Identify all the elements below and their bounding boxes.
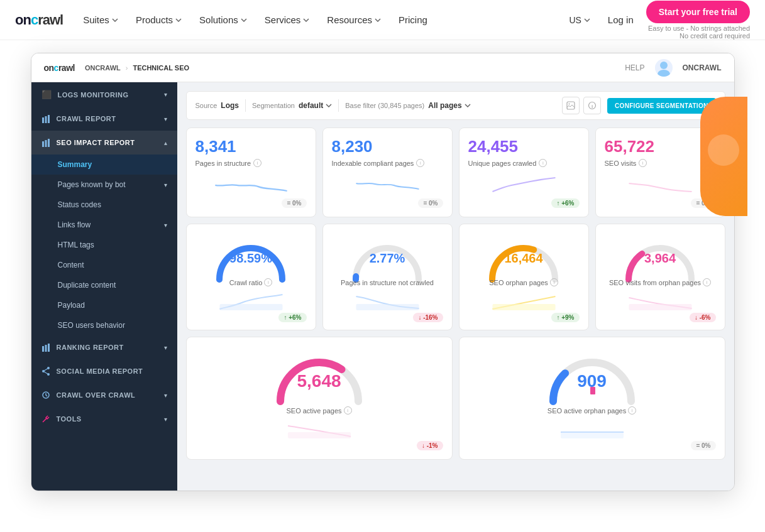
info-icon: i xyxy=(550,278,558,286)
sidebar-item-label: CRAWL OVER CRAWL xyxy=(57,391,158,399)
svg-rect-24 xyxy=(629,304,691,310)
content-area: Source Logs Segmentation default xyxy=(177,82,734,491)
app-logo: oncrawl xyxy=(44,63,75,73)
sidebar-item-seo-impact-report[interactable]: SEO IMPACT REPORT ▴ xyxy=(31,131,177,155)
svg-line-14 xyxy=(43,368,48,371)
trial-button[interactable]: Start your free trial xyxy=(646,1,750,23)
chevron-down-icon xyxy=(241,18,247,22)
svg-rect-4 xyxy=(48,115,50,123)
app-breadcrumb: ONCRAWL › TECHNICAL SEO xyxy=(85,64,189,72)
filter-bar: Source Logs Segmentation default xyxy=(186,91,725,120)
metric-badge-red: ↓ -16% xyxy=(413,313,443,322)
app-user-avatar xyxy=(655,59,673,77)
nav-item-solutions[interactable]: Solutions xyxy=(192,9,255,30)
segmentation-dropdown[interactable]: default xyxy=(299,101,332,110)
chevron-down-icon: ▾ xyxy=(164,91,167,98)
chevron-down-icon: ▾ xyxy=(164,392,167,399)
chevron-down-icon xyxy=(375,18,381,22)
sidebar-sub-item-summary[interactable]: Summary xyxy=(31,155,177,175)
bar-chart-icon xyxy=(41,114,50,123)
sidebar-item-social-media[interactable]: SOCIAL MEDIA REPORT xyxy=(31,359,177,383)
svg-rect-5 xyxy=(42,141,44,147)
logo[interactable]: oncrawl xyxy=(15,12,63,28)
sidebar-item-crawl-report[interactable]: CRAWL REPORT ▾ xyxy=(31,107,177,131)
gauge-label: SEO active orphan pages i xyxy=(548,406,636,415)
svg-point-18 xyxy=(569,104,570,105)
sidebar-item-label: LOGS MONITORING xyxy=(58,91,158,99)
source-dropdown[interactable]: Logs xyxy=(221,101,239,110)
bar-chart-icon xyxy=(41,343,50,352)
metric-card-unique-pages: 24,455 Unique pages crawled i ↑ +6% xyxy=(459,128,589,217)
sidebar-sub-item-payload[interactable]: Payload xyxy=(31,295,177,315)
metric-badge-red: ↓ -6% xyxy=(690,313,716,322)
sidebar-item-tools[interactable]: TOOLS ▾ xyxy=(31,407,177,431)
info-icon: i xyxy=(253,159,261,167)
gauge-card-orphan-visits: 3,964 SEO visits from orphan pages i xyxy=(595,224,725,330)
nav-item-products[interactable]: Products xyxy=(128,9,189,30)
gauge-label: Pages in structure not crawled xyxy=(341,279,434,286)
metric-badge-green: ↑ +9% xyxy=(551,313,579,322)
gauges-row: 98.59% Crawl ratio i ↑ +6% xyxy=(186,224,725,330)
gauge-value: 98.59% xyxy=(229,251,272,266)
sidebar-sub-item-links-flow[interactable]: Links flow ▾ xyxy=(31,215,177,235)
metric-badge: = 0% xyxy=(691,441,715,450)
sidebar-sub-item-pages-known[interactable]: Pages known by bot ▾ xyxy=(31,175,177,195)
orange-decoration xyxy=(700,97,747,216)
app-username: ONCRAWL xyxy=(683,63,722,72)
info-icon: i xyxy=(539,159,547,167)
chevron-up-icon: ▴ xyxy=(164,139,167,146)
nav-lang[interactable]: US xyxy=(564,10,595,30)
svg-rect-10 xyxy=(48,344,50,352)
sidebar-item-logs-monitoring[interactable]: ⬛ LOGS MONITORING ▾ xyxy=(31,82,177,107)
nav-item-pricing[interactable]: Pricing xyxy=(391,9,435,30)
gauge-card-crawl-ratio: 98.59% Crawl ratio i ↑ +6% xyxy=(186,224,316,330)
info-icon: i xyxy=(639,159,647,167)
sidebar-item-label: CRAWL REPORT xyxy=(57,115,158,122)
gauge-label: Crawl ratio i xyxy=(229,278,273,286)
info-icon-btn[interactable]: i xyxy=(583,97,601,114)
segmentation-label: Segmentation xyxy=(252,102,295,109)
svg-rect-2 xyxy=(42,117,44,123)
sidebar-sub-item-html-tags[interactable]: HTML tags xyxy=(31,235,177,255)
login-button[interactable]: Log in xyxy=(598,9,644,30)
svg-rect-6 xyxy=(45,140,47,147)
app-help[interactable]: HELP xyxy=(625,63,644,72)
configure-segmentation-button[interactable]: CONFIGURE SEGMENTATION xyxy=(607,98,715,114)
gauge-value: 5,648 xyxy=(297,371,341,391)
sidebar-item-crawl-over-crawl[interactable]: CRAWL OVER CRAWL ▾ xyxy=(31,383,177,407)
nav-item-services[interactable]: Services xyxy=(257,9,317,30)
sidebar-item-ranking-report[interactable]: RANKING REPORT ▾ xyxy=(31,335,177,359)
svg-rect-22 xyxy=(356,304,419,310)
chevron-down-icon: ▾ xyxy=(164,116,167,122)
info-icon: i xyxy=(344,406,352,415)
chevron-down-icon: ▾ xyxy=(164,182,167,188)
filter-icons: i xyxy=(562,97,601,114)
metric-badge-green: ↑ +6% xyxy=(551,198,579,208)
sidebar-sub-item-duplicate-content[interactable]: Duplicate content xyxy=(31,275,177,295)
sidebar-sub-item-seo-users[interactable]: SEO users behavior xyxy=(31,315,177,335)
sidebar-sub-item-status-codes[interactable]: Status codes xyxy=(31,195,177,215)
svg-rect-7 xyxy=(48,139,50,147)
gauge-card-seo-active-orphan: 909 SEO active orphan pages i xyxy=(459,337,725,460)
svg-point-1 xyxy=(658,70,670,77)
nav-item-resources[interactable]: Resources xyxy=(319,9,388,30)
base-filter-dropdown[interactable]: All pages xyxy=(428,101,470,110)
metric-value: 65,722 xyxy=(605,137,716,156)
base-filter-label: Base filter (30,845 pages) xyxy=(345,102,424,109)
sidebar-sub-item-content[interactable]: Content xyxy=(31,255,177,275)
metric-badge-red: ↓ -1% xyxy=(417,441,443,450)
image-icon-btn[interactable] xyxy=(562,97,580,114)
tools-icon xyxy=(41,415,50,423)
chevron-down-icon xyxy=(112,18,118,22)
svg-rect-3 xyxy=(45,116,47,123)
chevron-down-icon: ▾ xyxy=(164,416,167,423)
svg-rect-9 xyxy=(45,345,47,352)
gauge-label: SEO visits from orphan pages i xyxy=(609,278,711,286)
sidebar-item-label: SEO IMPACT REPORT xyxy=(57,139,158,146)
sidebar: ⬛ LOGS MONITORING ▾ CRAWL REPORT ▾ SEO I… xyxy=(31,82,177,491)
svg-line-15 xyxy=(43,371,48,374)
svg-rect-8 xyxy=(42,346,44,352)
metric-badge: = 0% xyxy=(418,198,443,208)
metric-label: SEO visits i xyxy=(605,159,716,167)
nav-item-suites[interactable]: Suites xyxy=(75,9,126,30)
